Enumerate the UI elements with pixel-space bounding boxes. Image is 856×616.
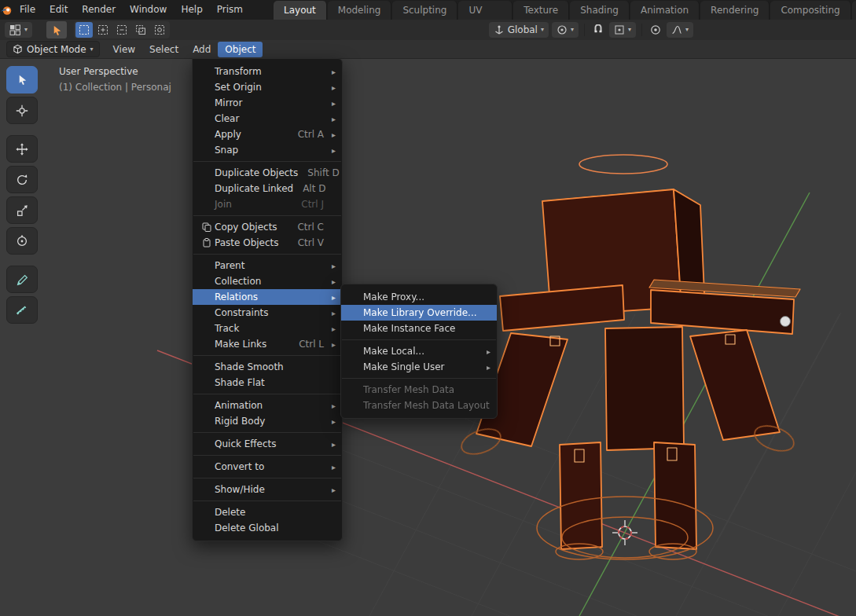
tool-transform-button[interactable] (6, 227, 38, 255)
select-invert-icon (135, 24, 146, 35)
menu-separator (342, 339, 496, 340)
header-menu-add[interactable]: Add (186, 42, 218, 57)
select-mode-invert-button[interactable] (132, 22, 149, 38)
menu-item-apply[interactable]: Apply Ctrl A ▸ (193, 126, 342, 142)
proportional-falloff-dropdown[interactable]: ▾ (667, 22, 693, 38)
select-mode-subtract-button[interactable] (113, 22, 130, 38)
menu-item-label: Make Links (215, 339, 266, 350)
tool-cursor-button[interactable] (6, 97, 38, 124)
topbar-menu-window[interactable]: Window (123, 0, 174, 20)
workspace-tab-animation[interactable]: Animation (630, 1, 700, 20)
mode-dropdown[interactable]: Object Mode ▾ (6, 41, 100, 57)
active-tool-button[interactable] (46, 21, 67, 38)
magnet-icon (593, 24, 604, 35)
menu-item-paste-objects[interactable]: Paste Objects Ctrl V (193, 235, 342, 251)
proportional-editing-button[interactable] (647, 22, 664, 38)
submenu-item-make-library-override[interactable]: Make Library Override... (341, 305, 497, 321)
select-mode-new-button[interactable] (75, 22, 93, 38)
menu-item-snap[interactable]: Snap ▸ (193, 142, 342, 158)
tool-move-button[interactable] (6, 135, 38, 163)
top-bar: FileEditRenderWindowHelpPrism LayoutMode… (0, 0, 856, 20)
topbar-menu-help[interactable]: Help (174, 0, 209, 20)
right-leg (654, 442, 696, 549)
workspace-tab-sculpting[interactable]: Sculpting (392, 1, 457, 20)
menu-item-rigid-body[interactable]: Rigid Body ▸ (193, 413, 342, 429)
select-mode-intersect-button[interactable] (151, 22, 168, 38)
tool-measure-button[interactable] (6, 296, 38, 324)
select-mode-extend-button[interactable] (94, 22, 112, 38)
topbar-menu-prism[interactable]: Prism (210, 0, 250, 20)
perspective-label: User Perspective (59, 66, 138, 77)
menu-item-label: Clear (215, 113, 239, 124)
submenu-arrow-icon: ▸ (328, 277, 336, 286)
header-menu-view[interactable]: View (106, 42, 142, 57)
topbar-menu-file[interactable]: File (13, 0, 42, 20)
menu-item-transform[interactable]: Transform ▸ (193, 64, 342, 79)
menu-item-label: Copy Objects (215, 222, 277, 233)
submenu-item-make-instance-face[interactable]: Make Instance Face (341, 321, 497, 336)
workspace-tab-texture-paint[interactable]: Texture Paint (513, 1, 569, 20)
menu-item-label: Make Instance Face (363, 323, 455, 334)
chevron-down-icon: ▾ (628, 27, 631, 33)
menu-item-label: Relations (215, 292, 258, 302)
menu-item-set-origin[interactable]: Set Origin ▸ (193, 79, 342, 95)
tool-scale-button[interactable] (6, 196, 38, 224)
menu-item-mirror[interactable]: Mirror ▸ (193, 95, 342, 111)
workspace-tab-modeling[interactable]: Modeling (328, 1, 392, 20)
menu-item-delete-global[interactable]: Delete Global (193, 520, 342, 536)
chevron-down-icon: ▾ (24, 27, 28, 33)
tool-rotate-button[interactable] (6, 166, 38, 193)
tool-select-box-button[interactable] (6, 66, 38, 94)
chevron-down-icon: ▾ (685, 27, 689, 33)
workspace-tab-uv-editing[interactable]: UV Editing (458, 1, 512, 20)
tool-annotate-button[interactable] (6, 266, 38, 293)
workspace-tab-layout[interactable]: Layout (274, 1, 327, 20)
header-menu-object[interactable]: Object (218, 42, 263, 57)
menu-separator (193, 455, 341, 456)
snap-toggle-button[interactable] (590, 22, 607, 38)
editor-type-dropdown[interactable]: ▾ (5, 22, 32, 38)
workspace-tab-scripting[interactable]: Scripting (852, 1, 856, 20)
select-box-icon (16, 73, 29, 86)
left-leg (560, 442, 602, 549)
menu-item-delete[interactable]: Delete (193, 504, 342, 520)
menu-item-quick-effects[interactable]: Quick Effects ▸ (193, 436, 342, 452)
menu-item-copy-objects[interactable]: Copy Objects Ctrl C (193, 219, 342, 235)
menu-item-relations[interactable]: Relations ▸ (193, 289, 342, 305)
menu-item-show-hide[interactable]: Show/Hide ▸ (193, 482, 342, 497)
menu-item-parent[interactable]: Parent ▸ (193, 258, 342, 273)
topbar-menu-edit[interactable]: Edit (42, 0, 75, 20)
submenu-item-transfer-mesh-data: Transfer Mesh Data (341, 382, 497, 398)
transform-orientation-dropdown[interactable]: Global ▾ (489, 22, 549, 38)
menu-item-label: Delete Global (215, 522, 279, 534)
menu-item-convert-to[interactable]: Convert to ▸ (193, 459, 342, 475)
workspace-tab-compositing[interactable]: Compositing (770, 1, 850, 20)
menu-item-duplicate-linked[interactable]: Duplicate Linked Alt D (193, 181, 342, 196)
menu-item-track[interactable]: Track ▸ (193, 321, 342, 336)
menu-item-collection[interactable]: Collection ▸ (193, 273, 342, 289)
pivot-point-dropdown[interactable]: ▾ (552, 22, 579, 38)
chevron-down-icon: ▾ (90, 46, 94, 53)
divider (641, 24, 642, 36)
menu-item-shade-flat[interactable]: Shade Flat (193, 375, 342, 390)
submenu-item-make-single-user[interactable]: Make Single User ▸ (341, 359, 497, 375)
submenu-arrow-icon: ▸ (328, 309, 336, 317)
menu-item-animation[interactable]: Animation ▸ (193, 398, 342, 413)
menu-item-clear[interactable]: Clear ▸ (193, 111, 342, 126)
snap-target-dropdown[interactable]: ▾ (609, 22, 636, 38)
menu-item-label: Snap (215, 145, 238, 156)
workspace-tab-shading[interactable]: Shading (570, 1, 630, 20)
menu-item-duplicate-objects[interactable]: Duplicate Objects Shift D (193, 165, 342, 181)
menu-item-make-links[interactable]: Make Links Ctrl L ▸ (193, 336, 342, 352)
submenu-item-make-proxy[interactable]: Make Proxy... (341, 289, 497, 305)
workspace-tab-rendering[interactable]: Rendering (700, 1, 770, 20)
left-toolbar (6, 66, 38, 324)
topbar-menu-render[interactable]: Render (75, 0, 123, 20)
menu-item-label: Make Local... (363, 346, 424, 357)
menu-separator (193, 432, 341, 433)
menu-item-shade-smooth[interactable]: Shade Smooth (193, 359, 342, 375)
menu-item-constraints[interactable]: Constraints ▸ (193, 305, 342, 321)
header-menu-select[interactable]: Select (142, 42, 186, 57)
submenu-item-make-local[interactable]: Make Local... ▸ (341, 343, 497, 359)
blender-logo[interactable] (0, 0, 13, 20)
